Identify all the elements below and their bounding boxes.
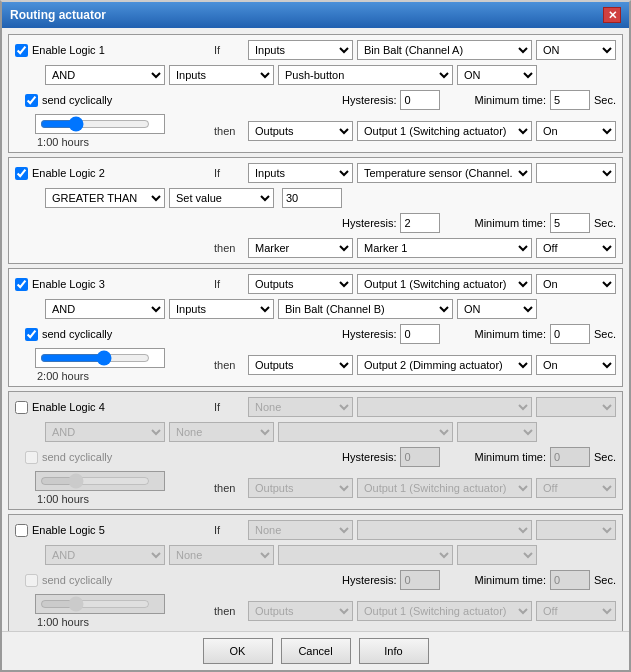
logic2-hysteresis[interactable]	[400, 213, 440, 233]
logic3-then-device[interactable]: Output 2 (Dimming actuator)	[357, 355, 532, 375]
logic3-hyst-label: Hysteresis:	[342, 328, 396, 340]
logic5-cond-device[interactable]	[278, 545, 453, 565]
logic3-sec-label: Sec.	[594, 328, 616, 340]
logic5-condition[interactable]: AND	[45, 545, 165, 565]
logic5-then-type[interactable]: Outputs	[248, 601, 353, 621]
logic3-min-time[interactable]	[550, 324, 590, 344]
logic1-cond-type[interactable]: Inputs	[169, 65, 274, 85]
logic2-if-device[interactable]: Temperature sensor (Channel.	[357, 163, 532, 183]
logic1-mintime-label: Minimum time:	[474, 94, 546, 106]
logic4-then-type[interactable]: Outputs	[248, 478, 353, 498]
logic4-enable-label: Enable Logic 4	[15, 401, 105, 414]
logic2-enable-label: Enable Logic 2	[15, 167, 105, 180]
logic2-cond-type[interactable]: Set value	[169, 188, 274, 208]
logic5-if-type[interactable]: None	[248, 520, 353, 540]
logic4-if-type[interactable]: None	[248, 397, 353, 417]
logic1-if-state[interactable]: ON	[536, 40, 616, 60]
logic3-if-state[interactable]: On	[536, 274, 616, 294]
logic2-then-type[interactable]: Marker	[248, 238, 353, 258]
logic4-cond-state[interactable]	[457, 422, 537, 442]
logic5-if-device[interactable]	[357, 520, 532, 540]
logic3-cond-type[interactable]: Inputs	[169, 299, 274, 319]
logic2-then-state[interactable]: Off	[536, 238, 616, 258]
logic4-cond-device[interactable]	[278, 422, 453, 442]
logic1-if-type[interactable]: Inputs	[248, 40, 353, 60]
logic3-slider-time: 2:00 hours	[37, 370, 89, 382]
logic4-then-state[interactable]: Off	[536, 478, 616, 498]
logic3-cond-state[interactable]: ON	[457, 299, 537, 319]
logic1-checkbox[interactable]	[15, 44, 28, 57]
logic5-hyst-container: Hysteresis: Minimum time: Sec.	[342, 570, 616, 590]
logic1-cond-device[interactable]: Push-button	[278, 65, 453, 85]
logic5-then-device[interactable]: Output 1 (Switching actuator)	[357, 601, 532, 621]
logic2-min-time[interactable]	[550, 213, 590, 233]
logic1-then-type[interactable]: Outputs	[248, 121, 353, 141]
logic3-slider-box	[35, 348, 165, 368]
logic-block-3: Enable Logic 3 If Outputs Output 1 (Swit…	[8, 268, 623, 387]
logic1-if-device[interactable]: Bin Balt (Channel A)	[357, 40, 532, 60]
logic4-slider[interactable]	[40, 474, 150, 488]
logic5-cond-state[interactable]	[457, 545, 537, 565]
logic1-hysteresis-row: Hysteresis: Minimum time: Sec.	[342, 90, 616, 110]
logic1-min-time[interactable]	[550, 90, 590, 110]
ok-button[interactable]: OK	[203, 638, 273, 664]
logic2-if-state[interactable]	[536, 163, 616, 183]
logic4-cond-type[interactable]: None	[169, 422, 274, 442]
logic5-hysteresis[interactable]	[400, 570, 440, 590]
cancel-button[interactable]: Cancel	[281, 638, 351, 664]
logic1-hysteresis[interactable]	[400, 90, 440, 110]
logic3-checkbox[interactable]	[15, 278, 28, 291]
logic5-slider-time: 1:00 hours	[37, 616, 89, 628]
logic2-if-type[interactable]: Inputs	[248, 163, 353, 183]
logic2-hyst-container: Hysteresis: Minimum time: Sec.	[342, 213, 616, 233]
logic1-then-state[interactable]: On	[536, 121, 616, 141]
logic4-slider-container: 1:00 hours	[35, 471, 165, 505]
logic4-condition[interactable]: AND	[45, 422, 165, 442]
logic4-hysteresis[interactable]	[400, 447, 440, 467]
logic2-label: Enable Logic 2	[32, 167, 105, 179]
logic4-min-time[interactable]	[550, 447, 590, 467]
logic1-sec-label: Sec.	[594, 94, 616, 106]
logic3-slider[interactable]	[40, 351, 150, 365]
logic5-send-cyclically: send cyclically	[25, 574, 112, 587]
logic2-checkbox[interactable]	[15, 167, 28, 180]
logic3-if-type[interactable]: Outputs	[248, 274, 353, 294]
logic5-slider[interactable]	[40, 597, 150, 611]
logic2-mintime-label: Minimum time:	[474, 217, 546, 229]
logic4-if-device[interactable]	[357, 397, 532, 417]
logic4-label: Enable Logic 4	[32, 401, 105, 413]
logic2-cond-value[interactable]	[282, 188, 342, 208]
logic1-send-checkbox[interactable]	[25, 94, 38, 107]
close-button[interactable]: ✕	[603, 7, 621, 23]
logic3-then-state[interactable]: On	[536, 355, 616, 375]
logic2-condition[interactable]: GREATER THAN	[45, 188, 165, 208]
info-button[interactable]: Info	[359, 638, 429, 664]
logic4-send-checkbox[interactable]	[25, 451, 38, 464]
logic5-if-state[interactable]	[536, 520, 616, 540]
logic1-then-device[interactable]: Output 1 (Switching actuator)	[357, 121, 532, 141]
logic3-hysteresis[interactable]	[400, 324, 440, 344]
logic1-cond-state[interactable]: ON	[457, 65, 537, 85]
logic1-then-label: then	[214, 125, 244, 137]
logic2-then-device[interactable]: Marker 1	[357, 238, 532, 258]
logic5-send-checkbox[interactable]	[25, 574, 38, 587]
logic2-header-row: Enable Logic 2 If Inputs Temperature sen…	[15, 162, 616, 184]
logic5-cond-row: AND None	[15, 544, 616, 566]
routing-actuator-window: Routing actuator ✕ Enable Logic 1 If Inp…	[0, 0, 631, 672]
logic5-cond-type[interactable]: None	[169, 545, 274, 565]
logic1-condition[interactable]: AND	[45, 65, 165, 85]
logic1-slider[interactable]	[40, 117, 150, 131]
logic3-if-device[interactable]: Output 1 (Switching actuator)	[357, 274, 532, 294]
logic3-cond-device[interactable]: Bin Balt (Channel B)	[278, 299, 453, 319]
logic3-send-checkbox[interactable]	[25, 328, 38, 341]
logic3-then-type[interactable]: Outputs	[248, 355, 353, 375]
logic4-if-state[interactable]	[536, 397, 616, 417]
logic3-condition[interactable]: AND	[45, 299, 165, 319]
title-bar: Routing actuator ✕	[2, 2, 629, 28]
logic4-then-device[interactable]: Output 1 (Switching actuator)	[357, 478, 532, 498]
logic5-min-time[interactable]	[550, 570, 590, 590]
logic4-checkbox[interactable]	[15, 401, 28, 414]
logic5-checkbox[interactable]	[15, 524, 28, 537]
logic3-slider-row: 2:00 hours then Outputs Output 2 (Dimmin…	[15, 348, 616, 382]
logic5-then-state[interactable]: Off	[536, 601, 616, 621]
